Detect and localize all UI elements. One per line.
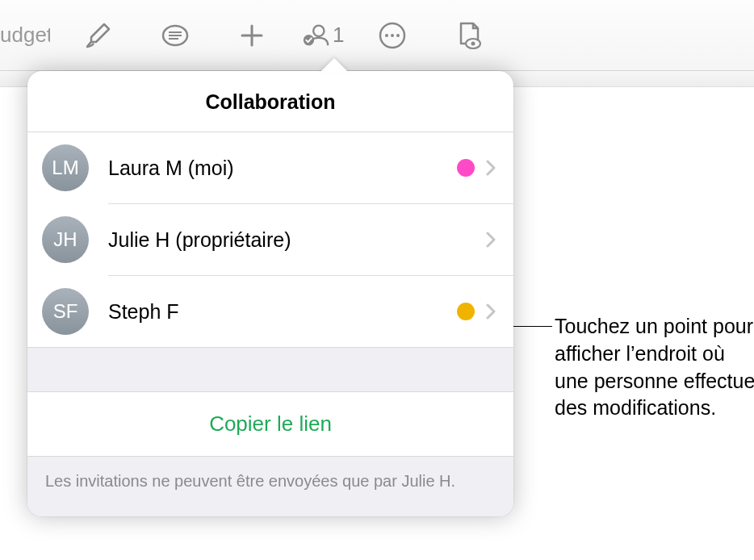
svg-point-10 <box>391 34 394 37</box>
popover-title: Collaboration <box>27 71 513 132</box>
plus-icon <box>236 19 268 52</box>
collab-count-label: 1 <box>333 23 344 48</box>
paintbrush-button[interactable] <box>70 11 127 60</box>
svg-point-13 <box>471 41 475 45</box>
more-icon <box>376 19 408 52</box>
outline-icon <box>159 19 191 52</box>
chevron-right-icon <box>486 160 496 176</box>
invite-footer-note: Les invitations ne peuvent être envoyées… <box>27 457 513 516</box>
toolbar: udget 1 <box>0 0 754 71</box>
chevron-right-icon <box>486 232 496 248</box>
presence-dot[interactable] <box>457 303 475 320</box>
participant-row[interactable]: LMLaura M (moi) <box>27 132 513 203</box>
presence-dot[interactable] <box>457 159 475 177</box>
outline-button[interactable] <box>147 11 203 60</box>
popover-arrow <box>320 58 349 73</box>
document-view-button[interactable] <box>441 11 497 60</box>
avatar: LM <box>42 144 89 191</box>
paintbrush-icon <box>82 19 115 52</box>
collaboration-popover-wrapper: Collaboration LMLaura M (moi)JHJulie H (… <box>27 71 513 516</box>
svg-point-6 <box>313 25 324 36</box>
collaboration-button[interactable]: 1 <box>300 11 344 60</box>
participant-name: Steph F <box>108 300 457 324</box>
svg-point-9 <box>385 34 388 37</box>
svg-point-11 <box>396 34 400 37</box>
doc-title-truncated: udget <box>0 23 50 48</box>
avatar: SF <box>42 288 89 335</box>
participant-row[interactable]: SFSteph F <box>27 276 513 347</box>
document-eye-icon <box>453 19 485 52</box>
add-button[interactable] <box>224 11 280 60</box>
participant-name: Julie H (propriétaire) <box>108 228 486 252</box>
participant-row[interactable]: JHJulie H (propriétaire) <box>27 204 513 275</box>
chevron-right-icon <box>486 303 496 320</box>
section-gap <box>27 347 513 392</box>
annotation-text: Touchez un point pour afficher l’endroit… <box>555 313 754 422</box>
avatar: JH <box>42 216 89 263</box>
collaboration-popover: Collaboration LMLaura M (moi)JHJulie H (… <box>27 71 513 516</box>
participant-name: Laura M (moi) <box>108 157 457 180</box>
collaboration-icon <box>300 20 331 51</box>
more-button[interactable] <box>364 11 421 60</box>
copy-link-button[interactable]: Copier le lien <box>27 392 513 457</box>
